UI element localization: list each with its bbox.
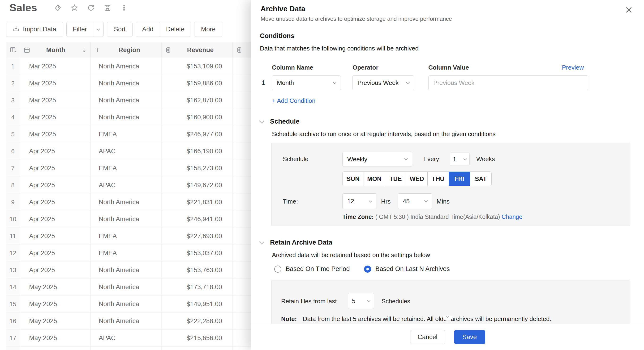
cell-month[interactable]: May 2025 — [20, 313, 91, 330]
cell-month[interactable]: May 2025 — [20, 279, 91, 296]
add-button[interactable]: Add — [136, 22, 160, 36]
hours-select[interactable]: 12 — [342, 193, 377, 209]
kebab-menu-icon[interactable] — [120, 3, 128, 12]
cell-extra[interactable] — [233, 262, 251, 279]
cell-revenue[interactable]: $149,672.00 — [162, 177, 233, 194]
cell-month[interactable]: Apr 2025 — [20, 228, 91, 245]
change-timezone-link[interactable]: Change — [502, 213, 522, 220]
cell-month[interactable]: May 2025 — [20, 296, 91, 313]
cell-revenue[interactable]: $246,977.00 — [162, 126, 233, 143]
cell-extra[interactable] — [233, 228, 251, 245]
table-row[interactable]: 8Apr 2025APAC$149,672.00 — [6, 177, 251, 194]
cell-extra[interactable] — [233, 347, 251, 350]
close-button[interactable] — [624, 5, 634, 15]
cell-month[interactable]: Mar 2025 — [20, 109, 91, 126]
header-cell-select-columns[interactable] — [6, 42, 20, 58]
cell-month[interactable]: May 2025 — [20, 330, 91, 347]
cell-extra[interactable] — [233, 109, 251, 126]
interval-select[interactable]: 1 — [450, 153, 470, 166]
day-button-wed[interactable]: WED — [406, 172, 428, 186]
cell-extra[interactable] — [233, 313, 251, 330]
cell-region[interactable]: North America — [91, 313, 162, 330]
cell-extra[interactable] — [233, 296, 251, 313]
tag-icon[interactable] — [54, 3, 62, 12]
cell-month[interactable]: Apr 2025 — [20, 245, 91, 262]
table-row[interactable]: 9Apr 2025North America$221,831.00 — [6, 194, 251, 211]
day-button-fri[interactable]: FRI — [449, 172, 470, 186]
table-row[interactable]: 2Mar 2025North America$159,886.00 — [6, 75, 251, 92]
cell-extra[interactable] — [233, 58, 251, 75]
operator-select[interactable]: Previous Week — [352, 75, 414, 90]
sort-descending-icon[interactable] — [81, 47, 87, 53]
day-button-sun[interactable]: SUN — [342, 172, 364, 186]
cell-extra[interactable] — [233, 75, 251, 92]
table-row[interactable]: 15May 2025North America$149,951.00 — [6, 296, 251, 313]
cell-revenue[interactable]: $162,870.00 — [162, 92, 233, 109]
cell-revenue[interactable]: $173,718.00 — [162, 279, 233, 296]
cell-revenue[interactable] — [162, 347, 233, 350]
frequency-select[interactable]: Weekly — [342, 152, 412, 167]
add-condition-link[interactable]: + Add Condition — [272, 97, 630, 105]
table-row[interactable]: 4Mar 2025North America$160,900.00 — [6, 109, 251, 126]
cell-region[interactable]: APAC — [91, 143, 162, 160]
radio-based-on-last-n-archives[interactable]: Based On Last N Archives — [364, 265, 450, 273]
collapse-chevron-icon[interactable] — [259, 118, 264, 123]
table-row[interactable]: 11Apr 2025EMEA$227,693.00 — [6, 228, 251, 245]
column-value-input[interactable] — [428, 75, 588, 90]
table-row[interactable]: 16May 2025North America$222,288.00 — [6, 313, 251, 330]
cell-month[interactable]: Mar 2025 — [20, 58, 91, 75]
cell-region[interactable]: North America — [91, 75, 162, 92]
cell-month[interactable]: Mar 2025 — [20, 92, 91, 109]
cell-extra[interactable] — [233, 194, 251, 211]
cell-extra[interactable] — [233, 330, 251, 347]
header-cell-extra[interactable] — [233, 42, 251, 58]
cell-extra[interactable] — [233, 245, 251, 262]
cell-region[interactable]: North America — [91, 58, 162, 75]
cell-month[interactable]: Apr 2025 — [20, 262, 91, 279]
retain-count-select[interactable]: 5 — [348, 293, 374, 309]
delete-button[interactable]: Delete — [160, 22, 191, 36]
cell-revenue[interactable]: $222,288.00 — [162, 313, 233, 330]
cell-month[interactable]: Apr 2025 — [20, 194, 91, 211]
cell-revenue[interactable]: $149,951.00 — [162, 296, 233, 313]
cell-region[interactable]: EMEA — [91, 245, 162, 262]
table-row[interactable]: 1Mar 2025North America$153,109.00 — [6, 58, 251, 75]
cell-extra[interactable] — [233, 279, 251, 296]
save-icon[interactable] — [103, 3, 112, 12]
radio-based-on-time-period[interactable]: Based On Time Period — [274, 265, 350, 273]
more-button[interactable]: More — [194, 22, 222, 37]
day-button-thu[interactable]: THU — [428, 172, 449, 186]
cell-month[interactable]: Apr 2025 — [20, 177, 91, 194]
cell-extra[interactable] — [233, 143, 251, 160]
table-row[interactable]: 3Mar 2025North America$162,870.00 — [6, 92, 251, 109]
cell-revenue[interactable]: $160,900.00 — [162, 109, 233, 126]
cell-region[interactable]: APAC — [91, 330, 162, 347]
day-button-sat[interactable]: SAT — [470, 172, 492, 186]
header-cell-revenue[interactable]: Revenue — [162, 42, 233, 58]
cell-region[interactable]: EMEA — [91, 126, 162, 143]
cell-region[interactable]: North America — [91, 92, 162, 109]
cell-region[interactable]: North America — [91, 109, 162, 126]
cell-region[interactable]: North America — [91, 262, 162, 279]
column-name-select[interactable]: Month — [272, 75, 341, 90]
day-button-mon[interactable]: MON — [364, 172, 385, 186]
cell-revenue[interactable]: $215,656.00 — [162, 330, 233, 347]
table-row[interactable]: 13Apr 2025North America$153,763.00 — [6, 262, 251, 279]
cell-month[interactable]: Apr 2025 — [20, 211, 91, 228]
cell-region[interactable]: North America — [91, 211, 162, 228]
cell-revenue[interactable]: $166,190.00 — [162, 143, 233, 160]
minutes-select[interactable]: 45 — [398, 193, 432, 209]
table-row[interactable]: 10Apr 2025North America$246,941.00 — [6, 211, 251, 228]
cell-month[interactable]: Apr 2025 — [20, 143, 91, 160]
refresh-icon[interactable] — [87, 3, 95, 12]
cell-revenue[interactable]: $246,941.00 — [162, 211, 233, 228]
table-row[interactable]: 17May 2025APAC$215,656.00 — [6, 330, 251, 347]
star-icon[interactable] — [70, 3, 79, 12]
sort-button[interactable]: Sort — [107, 22, 132, 37]
cell-extra[interactable] — [233, 211, 251, 228]
cell-region[interactable]: North America — [91, 194, 162, 211]
cell-region[interactable]: North America — [91, 279, 162, 296]
cell-month[interactable]: Mar 2025 — [20, 126, 91, 143]
table-row[interactable] — [6, 347, 251, 350]
cell-extra[interactable] — [233, 92, 251, 109]
